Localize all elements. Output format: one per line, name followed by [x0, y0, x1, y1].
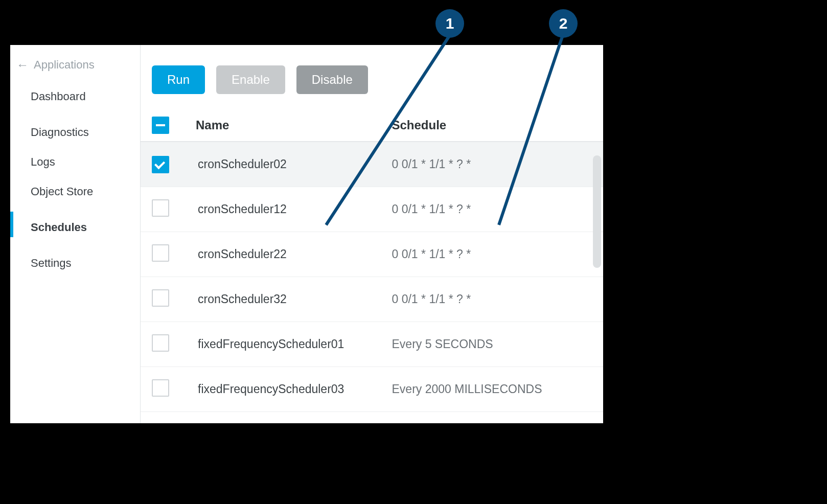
sidebar-item-logs[interactable]: Logs — [10, 147, 140, 177]
table-row[interactable]: cronScheduler32 0 0/1 * 1/1 * ? * — [141, 277, 603, 322]
row-checkbox[interactable] — [152, 334, 169, 352]
table-row[interactable]: cronScheduler02 0 0/1 * 1/1 * ? * — [141, 142, 603, 187]
back-to-applications[interactable]: ← Applications — [10, 55, 140, 82]
callout-label: 2 — [559, 15, 568, 32]
table-header-row: Name Schedule — [141, 109, 603, 142]
sidebar-item-diagnostics[interactable]: Diagnostics — [10, 111, 140, 147]
table-row[interactable]: fixedFrequencyScheduler01 Every 5 SECOND… — [141, 322, 603, 367]
sidebar-item-dashboard[interactable]: Dashboard — [10, 82, 140, 111]
row-checkbox[interactable] — [152, 379, 169, 397]
sidebar-item-label: Object Store — [31, 185, 93, 198]
sidebar-item-label: Dashboard — [31, 90, 86, 103]
scrollbar-thumb[interactable] — [593, 155, 601, 268]
row-schedule: Every 2000 MILLISECONDS — [392, 382, 591, 396]
callout-badge-1: 1 — [435, 9, 464, 38]
row-name: fixedFrequencyScheduler01 — [193, 337, 392, 351]
toolbar: Run Enable Disable — [141, 65, 603, 109]
row-schedule: 0 0/1 * 1/1 * ? * — [392, 247, 591, 261]
sidebar-item-object-store[interactable]: Object Store — [10, 177, 140, 207]
row-name: fixedFrequencyScheduler03 — [193, 382, 392, 396]
table-row[interactable]: cronScheduler22 0 0/1 * 1/1 * ? * — [141, 232, 603, 277]
callout-label: 1 — [446, 15, 454, 32]
disable-button[interactable]: Disable — [296, 65, 368, 94]
row-name: cronScheduler02 — [193, 157, 392, 171]
sidebar-item-schedules[interactable]: Schedules — [10, 207, 140, 242]
row-checkbox[interactable] — [152, 199, 169, 217]
row-name: cronScheduler32 — [193, 292, 392, 306]
row-schedule: Every 5 SECONDS — [392, 337, 591, 351]
select-all-checkbox[interactable] — [152, 117, 169, 134]
schedules-table: Name Schedule cronScheduler02 0 0/1 * 1/… — [141, 109, 603, 412]
callout-badge-2: 2 — [549, 9, 578, 38]
sidebar-item-settings[interactable]: Settings — [10, 242, 140, 278]
table-row[interactable]: fixedFrequencyScheduler03 Every 2000 MIL… — [141, 367, 603, 412]
enable-button[interactable]: Enable — [216, 65, 285, 94]
column-header-schedule[interactable]: Schedule — [392, 118, 591, 132]
table-row[interactable]: cronScheduler12 0 0/1 * 1/1 * ? * — [141, 187, 603, 232]
column-header-name[interactable]: Name — [193, 118, 392, 132]
app-window: ← Applications Dashboard Diagnostics Log… — [10, 45, 603, 423]
arrow-left-icon: ← — [16, 59, 29, 71]
row-schedule: 0 0/1 * 1/1 * ? * — [392, 292, 591, 306]
row-name: cronScheduler12 — [193, 202, 392, 216]
row-checkbox[interactable] — [152, 156, 169, 173]
sidebar-item-label: Logs — [31, 155, 55, 168]
row-checkbox[interactable] — [152, 244, 169, 262]
sidebar-item-label: Settings — [31, 257, 72, 269]
row-schedule: 0 0/1 * 1/1 * ? * — [392, 157, 591, 171]
main-panel: Run Enable Disable Name Schedule cronSch… — [141, 45, 603, 423]
sidebar: ← Applications Dashboard Diagnostics Log… — [10, 45, 141, 423]
sidebar-item-label: Schedules — [31, 221, 87, 234]
row-checkbox[interactable] — [152, 289, 169, 307]
row-name: cronScheduler22 — [193, 247, 392, 261]
sidebar-item-label: Diagnostics — [31, 126, 89, 139]
back-label: Applications — [34, 58, 95, 72]
row-schedule: 0 0/1 * 1/1 * ? * — [392, 202, 591, 216]
run-button[interactable]: Run — [152, 65, 205, 94]
